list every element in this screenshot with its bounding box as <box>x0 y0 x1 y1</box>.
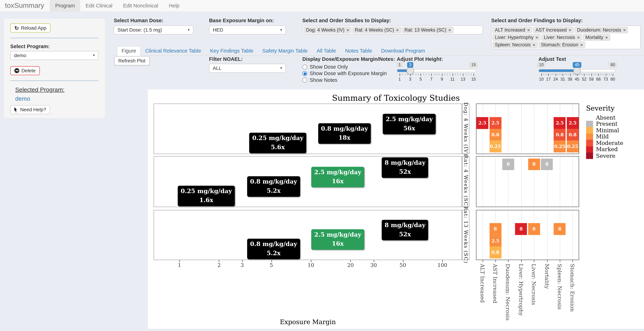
remove-icon[interactable]: × <box>605 35 608 40</box>
radio-label: Show Dose with Exposure Margin <box>310 71 387 76</box>
slider-minor-tick <box>543 74 544 75</box>
gridline <box>508 104 508 154</box>
sidebar-divider-2 <box>10 80 98 81</box>
dose-box-margin: 18x <box>321 133 368 142</box>
study-tag-label: Dog: 4 Weeks (IV) <box>306 28 344 32</box>
dose-box-dog-4-weeks-iv-0-25: 0.25 mg/kg/day5.6x <box>249 132 306 153</box>
radio-show-notes[interactable]: Show Notes <box>302 77 395 84</box>
slider-minor-tick <box>458 74 458 75</box>
finding-tag-mortality[interactable]: Mortality× <box>583 34 610 40</box>
finding-column-label-ast-increased: AST Increased <box>492 264 498 303</box>
finding-tag-alt-increased[interactable]: ALT Increased× <box>492 27 532 33</box>
remove-icon[interactable]: × <box>623 28 626 32</box>
finding-tag-liver-necrosis[interactable]: Liver: Necrosis× <box>542 34 582 40</box>
legend-entry-minimal: Minimal <box>586 127 619 133</box>
dose-box-margin: 56x <box>386 124 433 132</box>
severity-cell-ast-increased: 2.5 <box>490 235 502 247</box>
legend-title: Severity <box>586 104 614 112</box>
study-tag-rat-4-weeks-sc[interactable]: Rat: 4 Weeks (SC)× <box>352 27 401 33</box>
dose-box-dose: 0.8 mg/kg/day <box>321 124 368 133</box>
slider-minor-tick <box>611 74 612 75</box>
tab-safety-margin-table[interactable]: Safety Margin Table <box>258 46 312 56</box>
severity-cell-ast-increased: 2.5 <box>490 117 502 129</box>
remove-icon[interactable]: × <box>536 35 538 40</box>
study-tag-dog-4-weeks-iv[interactable]: Dog: 4 Weeks (IV)× <box>304 27 352 33</box>
legend-entry-marked: Marked <box>586 146 618 152</box>
nav-item-help[interactable]: Help <box>164 0 185 12</box>
human-dose-select[interactable]: Start Dose: (1.5 mg) ▼ <box>114 26 194 34</box>
x-axis-tick <box>350 260 351 262</box>
nav-item-edit-clinical[interactable]: Edit Clinical <box>80 0 118 12</box>
delete-button[interactable]: Delete <box>10 66 40 75</box>
remove-icon[interactable]: × <box>527 28 530 32</box>
dose-box-dose: 0.8 mg/kg/day <box>250 240 297 248</box>
app-root: toxSummary ProgramEdit ClinicalEdit Nonc… <box>0 0 644 331</box>
finding-tag-ast-increased[interactable]: AST Increased× <box>533 27 574 33</box>
tab-key-findings-table[interactable]: Key Findings Table <box>206 46 258 56</box>
findings-multiselect[interactable]: ALT Increased×AST Increased×Duodenum: Ne… <box>491 26 641 49</box>
reload-app-button[interactable]: ↻ Reload App <box>10 24 50 32</box>
slider-minor-tick <box>426 74 426 75</box>
program-select[interactable]: demo ▼ <box>10 51 98 60</box>
filter-noael-select[interactable]: ALL ▼ <box>209 64 286 73</box>
nav-item-program[interactable]: Program <box>50 0 80 12</box>
remove-icon[interactable]: × <box>448 28 451 32</box>
slider-tick <box>442 74 442 76</box>
dose-box-rat-4-weeks-sc-2-5: 2.5 mg/kg/day16x <box>311 167 364 187</box>
tab-all-table[interactable]: All Table <box>312 46 340 56</box>
remove-icon[interactable]: × <box>577 35 580 40</box>
slider-tick-label: 73 <box>603 77 608 82</box>
slider-tick-label: 1 <box>398 77 401 82</box>
slider-label: Adjust Plot Height: <box>397 56 476 62</box>
plot-area: Dog: 4 Weeks (IV)0.25 mg/kg/day5.6x0.8 m… <box>148 90 644 329</box>
remove-icon[interactable]: × <box>396 28 398 32</box>
facet-strip-label: Dog: 4 Weeks (IV) <box>463 102 469 155</box>
x-axis-tick <box>219 260 219 262</box>
slider-tick-label: 31 <box>560 77 565 82</box>
gridline <box>534 104 534 154</box>
remove-icon[interactable]: × <box>569 28 571 32</box>
slider-minor-tick <box>436 74 437 75</box>
legend-swatch <box>586 120 593 127</box>
base-margin-select[interactable]: HED ▼ <box>209 26 286 34</box>
facet-strip: Rat: 13 Weeks (SC) <box>462 210 470 260</box>
dose-box-margin: 5.6x <box>252 142 304 152</box>
severity-cell-mortality: 8 <box>541 158 553 170</box>
tab-download-program[interactable]: Download Program <box>376 46 430 56</box>
slider-handle[interactable] <box>406 67 414 74</box>
tab-clinical-relevance-table[interactable]: Clinical Relevance Table <box>141 46 206 56</box>
severity-cell-ast-increased: 0.25 <box>490 141 502 152</box>
x-axis-tick <box>442 260 443 262</box>
dose-box-margin: 5.2x <box>250 186 297 195</box>
studies-multiselect[interactable]: Dog: 4 Weeks (IV)×Rat: 4 Weeks (SC)×Rat:… <box>302 26 483 34</box>
slider-minor-tick <box>429 74 429 75</box>
slider-tick <box>584 74 584 76</box>
tab-notes-table[interactable]: Notes Table <box>340 46 377 56</box>
tab-figure[interactable]: Figure <box>117 46 141 56</box>
study-tag-rat-13-weeks-sc[interactable]: Rat: 13 Weeks (SC)× <box>402 27 454 33</box>
remove-icon[interactable]: × <box>346 28 349 32</box>
findings-axis-tick <box>508 260 508 262</box>
slider-minor-tick <box>602 74 602 75</box>
human-dose-group: Select Human Dose: Start Dose: (1.5 mg) … <box>114 18 194 34</box>
nav-item-edit-nonclinical[interactable]: Edit Nonclinical <box>118 0 164 12</box>
radio-icon <box>302 71 307 76</box>
gridline <box>521 210 522 260</box>
slider-min-badge: 1 <box>396 62 403 68</box>
need-help-button[interactable]: Need Help? <box>10 105 50 114</box>
dose-box-dog-4-weeks-iv-0-8: 0.8 mg/kg/day18x <box>318 123 371 144</box>
radio-show-dose-only[interactable]: Show Dose Only <box>302 64 395 70</box>
radio-show-dose-with-exposure-margin[interactable]: Show Dose with Exposure Margin <box>302 70 395 77</box>
slider-tick <box>563 74 563 76</box>
finding-tag-duodenum-necrosis[interactable]: Duodenum: Necrosis× <box>574 27 628 33</box>
slider-handle[interactable] <box>573 67 581 74</box>
radio-icon <box>302 64 307 70</box>
refresh-plot-button[interactable]: Refresh Plot <box>114 56 150 65</box>
slider-tick-label: 11 <box>450 77 454 82</box>
slider-tick-label: 5 <box>420 77 422 82</box>
finding-tag-liver-hypertrophy[interactable]: Liver: Hypertrophy× <box>492 34 540 40</box>
slider-tick <box>400 74 400 76</box>
slider-tick <box>606 74 606 76</box>
radio-icon <box>302 78 307 82</box>
finding-tag-label: AST Increased <box>536 28 567 32</box>
